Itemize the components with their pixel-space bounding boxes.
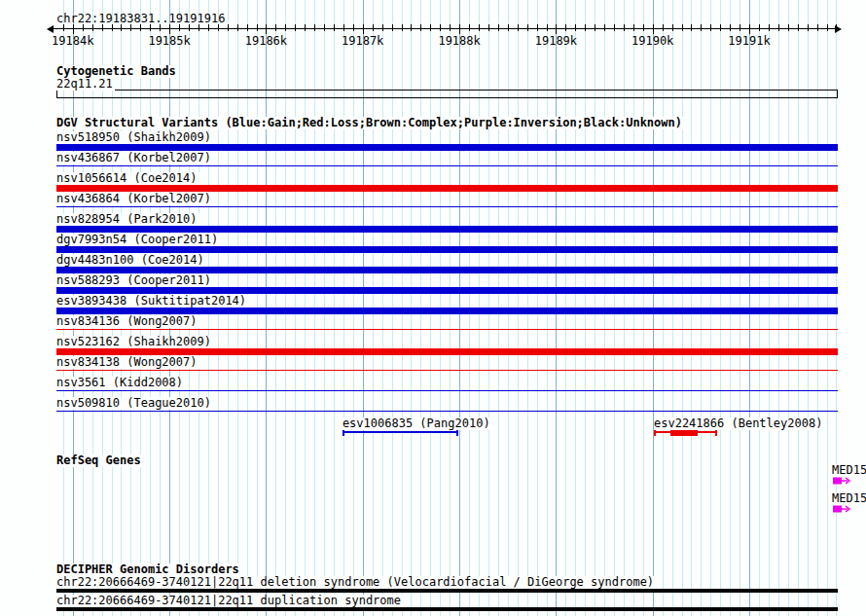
dgv-variant-bar[interactable] — [56, 348, 838, 355]
dgv-variant-label[interactable]: nsv3561 (Kidd2008) — [56, 377, 185, 389]
dgv-variant-label[interactable]: esv1006835 (Pang2010) — [343, 417, 492, 430]
ruler-tick — [459, 24, 460, 34]
ruler-tick — [73, 24, 74, 34]
dgv-variant-bar[interactable] — [56, 246, 838, 253]
cytogenetic-band-label[interactable]: 22q11.21 — [56, 78, 115, 91]
dgv-variant-bar[interactable] — [56, 308, 838, 314]
dgv-variant-bar[interactable] — [56, 287, 838, 294]
ruler-tick-label: 19185k — [146, 35, 193, 47]
dgv-variant-label[interactable]: nsv523162 (Shaikh2009) — [56, 336, 213, 348]
ruler-axis — [53, 28, 837, 29]
ruler-tick-label: 19189k — [532, 35, 579, 47]
dgv-variant-label[interactable]: nsv518950 (Shaikh2009) — [56, 131, 213, 144]
dgv-variant-label[interactable]: nsv436867 (Korbel2007) — [56, 152, 213, 164]
decipher-entry-bar[interactable] — [56, 589, 838, 593]
dgv-variant-box[interactable] — [670, 429, 698, 436]
dgv-track-header: DGV Structural Variants (Blue:Gain;Red:L… — [56, 117, 684, 129]
ruler-tick — [169, 24, 170, 34]
dgv-variant-bar[interactable] — [56, 370, 838, 371]
region-title: chr22:19183831..19191916 — [56, 13, 227, 25]
ruler-tick-label: 19191k — [726, 35, 773, 47]
dgv-variant-label[interactable]: nsv509810 (Teague2010) — [56, 397, 213, 410]
decipher-entry-bar[interactable] — [56, 607, 838, 611]
dgv-variant-label[interactable]: nsv436864 (Korbel2007) — [56, 193, 213, 205]
dgv-variant-label[interactable]: nsv588293 (Cooper2011) — [56, 274, 213, 287]
refseq-genes-header: RefSeq Genes — [56, 454, 143, 467]
dgv-variant-label[interactable]: dgv4483n100 (Coe2014) — [56, 254, 206, 267]
ruler-tick — [266, 24, 267, 34]
gene-label[interactable]: MED15| — [832, 492, 866, 505]
ruler-tick-label: 19190k — [630, 35, 676, 47]
ruler-tick-label: 19184k — [50, 35, 96, 47]
dgv-variant-bar[interactable] — [56, 329, 838, 330]
ruler-tick — [556, 24, 557, 34]
dgv-variant-label[interactable]: nsv834138 (Wong2007) — [56, 356, 199, 369]
decipher-entry-label[interactable]: chr22:20666469-3740121|22q11 deletion sy… — [56, 576, 656, 589]
dgv-variant-bar[interactable] — [56, 144, 838, 151]
dgv-variant-bar[interactable] — [56, 267, 838, 273]
dgv-variant-label[interactable]: dgv7993n54 (Cooper2011) — [56, 234, 220, 246]
dgv-variant-bar[interactable] — [56, 390, 838, 391]
dgv-variant-label[interactable]: esv2241866 (Bentley2008) — [654, 417, 824, 430]
ruler-tick — [749, 24, 750, 34]
dgv-variant-label[interactable]: nsv828954 (Park2010) — [56, 213, 199, 226]
dgv-variant-bar[interactable] — [343, 431, 458, 433]
dgv-variant-label[interactable]: nsv834136 (Wong2007) — [56, 315, 199, 328]
dgv-variant-bar[interactable] — [56, 206, 838, 207]
ruler-tick-label: 19186k — [242, 35, 289, 47]
ruler-tick — [653, 24, 654, 34]
ruler-tick — [363, 24, 364, 34]
ruler-tick-label: 19188k — [436, 35, 483, 47]
gene-label[interactable]: MED15| — [832, 464, 866, 477]
dgv-variant-bar[interactable] — [56, 185, 838, 192]
genome-browser: 19184k19185k19186k19187k19188k19189k1919… — [0, 0, 866, 616]
ruler-arrow-left-icon — [47, 25, 54, 33]
dgv-variant-bar[interactable] — [56, 165, 838, 166]
dgv-variant-bar[interactable] — [56, 226, 838, 233]
cytogenetic-band-box[interactable] — [56, 90, 838, 98]
decipher-entry-label[interactable]: chr22:20666469-3740121|22q11 duplication… — [56, 595, 403, 607]
dgv-variant-bar[interactable] — [56, 411, 838, 412]
dgv-variant-label[interactable]: nsv1056614 (Coe2014) — [56, 172, 199, 185]
ruler-arrow-right-icon — [835, 25, 842, 33]
ruler-tick-label: 19187k — [340, 35, 386, 47]
dgv-variant-label[interactable]: esv3893438 (Suktitipat2014) — [56, 295, 248, 308]
